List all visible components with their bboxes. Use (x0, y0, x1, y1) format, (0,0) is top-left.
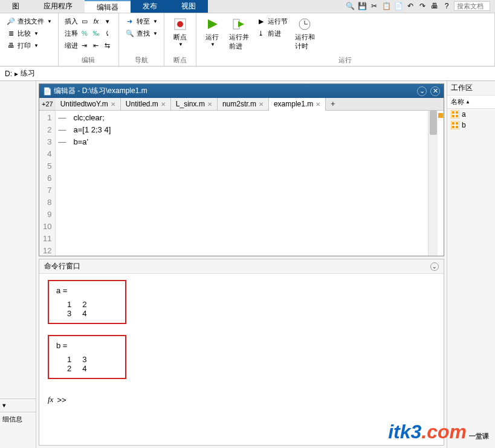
comment-icon: % (80, 28, 89, 38)
svg-rect-17 (456, 126, 458, 128)
workspace-var-a[interactable]: a (447, 109, 495, 120)
run-advance-button[interactable]: 运行并 前进 (227, 16, 251, 52)
search-docs-input[interactable] (454, 1, 490, 11)
scrollbar-thumb[interactable] (430, 111, 437, 135)
var-matrix-icon (451, 121, 459, 129)
ribbon-group-breakpoints: 断点▼ 断点 (164, 13, 196, 66)
group-run-label: 运行 (201, 56, 490, 65)
indent-icon: ⇥ (80, 41, 89, 50)
command-prompt[interactable]: fx >> (48, 395, 435, 404)
ribbon-tab-view[interactable]: 视图 (169, 0, 208, 13)
svg-marker-4 (238, 21, 244, 27)
editor-tab-4[interactable]: example1.m✕ (269, 98, 326, 111)
workspace-col-name[interactable]: 名称▲ (447, 96, 495, 109)
editor-scrollbar[interactable] (428, 111, 438, 256)
tab-close-icon[interactable]: ✕ (315, 101, 320, 108)
code-line[interactable] (73, 221, 423, 233)
ribbon-tab-publish[interactable]: 发布 (131, 0, 169, 13)
zoom-indicator[interactable]: +27 (39, 99, 56, 109)
collapse-icon[interactable]: ▾ (2, 401, 6, 409)
run-time-button[interactable]: 运行和 计时 (293, 16, 317, 52)
ribbon-tab-editor[interactable]: 编辑器 (85, 0, 131, 13)
svg-marker-2 (208, 19, 218, 29)
workspace-var-b[interactable]: b (447, 120, 495, 131)
advance-button[interactable]: ⤓前进 (255, 28, 289, 39)
quick-access-toolbar: 🔍 💾 ✂ 📋 📄 ↶ ↷ 🖶 ? (345, 1, 490, 11)
code-line[interactable] (73, 148, 423, 160)
code-line[interactable] (73, 245, 423, 257)
insert-section-icon: ▭ (80, 16, 89, 26)
add-tab-button[interactable]: + (326, 99, 340, 109)
workspace-header: 工作区 (447, 81, 495, 96)
find-button[interactable]: 🔍查找▼ (124, 28, 159, 39)
search-icon[interactable]: 🔍 (345, 1, 355, 11)
editor-tab-0[interactable]: UntitledtwoY.m✕ (56, 98, 121, 110)
code-line[interactable] (73, 184, 423, 196)
run-section-button[interactable]: ▶运行节 (255, 16, 289, 27)
close-icon[interactable]: ✕ (430, 86, 440, 96)
find-icon: 🔍 (125, 28, 135, 38)
dropdown-icon[interactable]: ⌄ (417, 86, 427, 96)
command-body[interactable]: a = 1 2 3 4 b = 1 3 2 4 fx >> (39, 274, 444, 445)
code-line[interactable] (73, 233, 423, 245)
code-line[interactable]: a=[1 2;3 4] (73, 124, 423, 136)
insert-button[interactable]: 插入 ▭ fx ▾ (63, 16, 114, 27)
editor-tab-1[interactable]: Untitled.m✕ (121, 98, 171, 110)
exec-marker-col: ——— (56, 111, 68, 256)
path-folder: 练习 (21, 68, 35, 79)
editor-title: 编辑器 - D:\练习\example1.m (54, 86, 147, 96)
ribbon-tab-apps[interactable]: 应用程序 (31, 0, 85, 13)
code-line[interactable]: clc;clear; (73, 112, 423, 124)
find-files-button[interactable]: 🔎查找文件▼ (5, 16, 53, 27)
fx-icon: fx (48, 395, 53, 404)
editor-doc-icon: 📄 (43, 87, 51, 96)
code-line[interactable] (73, 209, 423, 221)
code-line[interactable] (73, 172, 423, 184)
code-area[interactable]: clc;clear; a=[1 2;3 4] b=a' (68, 111, 428, 256)
code-line[interactable] (73, 160, 423, 172)
tab-close-icon[interactable]: ✕ (111, 101, 115, 108)
redo-icon[interactable]: ↷ (418, 1, 427, 11)
compare-icon: ≣ (6, 28, 16, 38)
code-line[interactable]: b=a' (73, 136, 423, 148)
copy-icon[interactable]: 📋 (381, 1, 391, 11)
print-icon[interactable]: 🖶 (430, 1, 439, 11)
details-label: 细信息 (0, 412, 36, 448)
tab-close-icon[interactable]: ✕ (207, 101, 212, 108)
svg-rect-10 (456, 111, 458, 114)
editor-tabs: +27 UntitledtwoY.m✕ Untitled.m✕ L_sinx.m… (39, 98, 444, 111)
command-window: 命令行窗口 ⌄ a = 1 2 3 4 b = 1 3 2 4 (39, 259, 444, 446)
workspace-panel: 工作区 名称▲ a b (447, 81, 495, 448)
breakpoints-button[interactable]: 断点▼ (169, 16, 191, 48)
undo-icon[interactable]: ↶ (406, 1, 415, 11)
sort-icon: ▲ (465, 99, 470, 105)
svg-rect-11 (452, 115, 455, 117)
paste-icon[interactable]: 📄 (393, 1, 403, 11)
tab-close-icon[interactable]: ✕ (259, 101, 264, 108)
wrap-comment-icon: ⤹ (103, 28, 112, 38)
run-time-icon (297, 17, 312, 31)
insert-fx-icon: fx (91, 16, 101, 26)
command-menu-icon[interactable]: ⌄ (430, 262, 439, 271)
line-gutter: 123456789101112 (39, 111, 56, 256)
warning-marker-icon[interactable] (438, 113, 443, 118)
editor-tab-3[interactable]: num2str.m✕ (218, 98, 269, 110)
ribbon-tab-plot[interactable]: 图 (0, 0, 31, 13)
print-button[interactable]: 🖶打印▼ (5, 40, 53, 51)
path-drive: D: (5, 70, 12, 78)
smart-indent-icon: ⇆ (103, 41, 112, 50)
editor-content[interactable]: 123456789101112 ——— clc;clear; a=[1 2;3 … (39, 111, 444, 256)
goto-button[interactable]: ➜转至▼ (124, 16, 159, 27)
save-icon[interactable]: 💾 (357, 1, 367, 11)
path-bar[interactable]: D: ▸ 练习 (0, 67, 495, 81)
compare-button[interactable]: ≣比较▼ (5, 28, 53, 39)
cut-icon[interactable]: ✂ (369, 1, 379, 11)
code-line[interactable] (73, 196, 423, 209)
editor-tab-2[interactable]: L_sinx.m✕ (171, 98, 218, 110)
breakpoint-icon (173, 17, 187, 31)
tab-close-icon[interactable]: ✕ (161, 101, 166, 108)
help-icon[interactable]: ? (442, 1, 451, 11)
indent-button[interactable]: 缩进 ⇥ ⇤ ⇆ (63, 40, 114, 51)
comment-button[interactable]: 注释 % ‰ ⤹ (63, 28, 114, 39)
run-button[interactable]: 运行▼ (201, 16, 223, 52)
